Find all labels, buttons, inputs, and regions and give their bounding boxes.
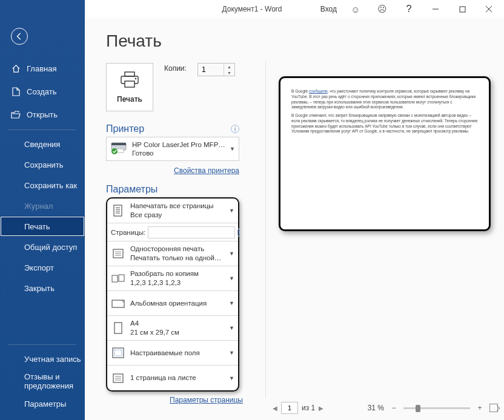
chevron-down-icon: ▼: [230, 146, 235, 152]
param-collate[interactable]: Разобрать по копиям1,2,3 1,2,3 1,2,3 ▼: [107, 266, 238, 291]
sidebar-item-feedback[interactable]: Отзывы и предложения: [0, 369, 85, 393]
sidebar-item-export[interactable]: Экспорт: [0, 257, 85, 278]
sidebar-item-account[interactable]: Учетная запись: [0, 349, 85, 369]
vertical-divider: [265, 61, 266, 398]
chevron-down-icon: ▼: [229, 208, 234, 214]
open-icon: [11, 110, 21, 119]
zoom-out-button[interactable]: −: [389, 404, 399, 412]
param-pages-per-sheet[interactable]: 1 страница на листе ▼: [107, 366, 238, 390]
svg-rect-21: [112, 275, 118, 282]
sidebar-label: Сведения: [24, 140, 60, 149]
sidebar-item-info[interactable]: Сведения: [0, 134, 85, 154]
printer-icon: [119, 71, 140, 91]
sad-face-icon[interactable]: ☹: [370, 1, 395, 18]
svg-rect-22: [119, 275, 124, 281]
sidebar-label: Сохранить: [24, 160, 64, 169]
preview-footer: ◀ из 1 ▶ 31 % − +: [273, 399, 498, 416]
sidebar-label: Главная: [27, 64, 56, 73]
preview-link: сообщили: [309, 89, 328, 93]
params-list: Напечатать все страницыВсе сразу ▼ Стран…: [106, 197, 239, 392]
sidebar-item-print[interactable]: Печать: [0, 216, 85, 237]
home-icon: [11, 64, 21, 73]
maximize-button[interactable]: [449, 1, 475, 18]
preview-page: В Google сообщили, что ужесточают полити…: [279, 76, 491, 231]
margins-icon: [111, 346, 125, 360]
sidebar-item-saveas[interactable]: Сохранить как: [0, 175, 85, 195]
help-button[interactable]: ?: [396, 1, 422, 18]
copies-input[interactable]: [198, 65, 224, 74]
prev-page-button[interactable]: ◀: [273, 405, 277, 412]
copies-label: Копии:: [164, 64, 187, 73]
sidebar-item-options[interactable]: Параметры: [0, 393, 85, 414]
separator: [8, 130, 76, 130]
svg-point-7: [135, 78, 137, 80]
separator: [8, 344, 76, 345]
landscape-icon: [111, 296, 125, 310]
one-sided-icon: [111, 246, 125, 261]
page-setup-link[interactable]: Параметры страницы: [170, 396, 243, 404]
chevron-down-icon: ▼: [229, 325, 234, 331]
print-button-label: Печать: [117, 95, 142, 103]
spinner-arrows[interactable]: ▲▼: [224, 64, 234, 76]
minimize-button[interactable]: [423, 1, 448, 18]
zoom-slider[interactable]: [403, 407, 470, 409]
printer-device-icon: [110, 141, 127, 157]
chevron-down-icon: ▼: [229, 300, 234, 306]
page-title: Печать: [106, 31, 162, 51]
sidebar-item-close[interactable]: Закрыть: [0, 278, 85, 298]
sidebar-label: Открыть: [27, 110, 58, 119]
sidebar-item-home[interactable]: Главная: [0, 57, 85, 80]
next-page-button[interactable]: ▶: [319, 405, 323, 412]
svg-rect-26: [114, 350, 122, 356]
copies-spinner[interactable]: ▲▼: [197, 63, 235, 76]
sidebar-label: Учетная запись: [24, 355, 81, 364]
svg-rect-1: [460, 7, 465, 12]
printer-selector[interactable]: HP Color LaserJet Pro MFP… Готово ▼: [106, 137, 239, 161]
login-link[interactable]: Вход: [316, 1, 342, 18]
sidebar-item-create[interactable]: Создать: [0, 80, 85, 103]
pages-input[interactable]: [148, 226, 235, 238]
svg-rect-9: [111, 143, 126, 145]
svg-rect-6: [125, 81, 134, 87]
printer-name: HP Color LaserJet Pro MFP…: [132, 140, 225, 149]
sidebar-label: Общий доступ: [24, 243, 77, 252]
print-button[interactable]: Печать: [106, 63, 153, 111]
print-backstage: Печать Печать Копии: ▲▼ Принтер i HP Col…: [85, 18, 504, 420]
back-button[interactable]: [11, 28, 28, 45]
sidebar-label: Журнал: [24, 202, 53, 211]
param-margins[interactable]: Настраиваемые поля ▼: [107, 341, 238, 366]
zoom-percent: 31 %: [363, 404, 384, 412]
chevron-down-icon: ▼: [229, 375, 234, 381]
zoom-in-button[interactable]: +: [475, 404, 485, 412]
info-icon[interactable]: i: [231, 125, 239, 133]
param-orientation[interactable]: Альбомная ориентация ▼: [107, 291, 238, 316]
sidebar-item-share[interactable]: Общий доступ: [0, 237, 85, 257]
svg-rect-12: [114, 205, 122, 216]
backstage-sidebar: Главная Создать Открыть Сведения Сохрани…: [0, 0, 85, 420]
printer-properties-link[interactable]: Свойства принтера: [174, 166, 239, 175]
sidebar-label: Создать: [27, 87, 56, 96]
pages-all-icon: [111, 203, 125, 218]
close-button[interactable]: [476, 1, 502, 18]
fit-to-window-button[interactable]: [489, 404, 498, 412]
param-paper-size[interactable]: A421 см x 29,7 см ▼: [107, 316, 238, 341]
sidebar-item-save[interactable]: Сохранить: [0, 154, 85, 175]
page-of-label: из 1: [302, 404, 315, 412]
param-print-range[interactable]: Напечатать все страницыВсе сразу ▼: [107, 199, 238, 223]
svg-point-11: [111, 148, 118, 154]
sidebar-item-open[interactable]: Открыть: [0, 103, 85, 126]
pages-label: Страницы:: [111, 229, 145, 236]
info-icon[interactable]: i: [237, 228, 240, 237]
happy-face-icon[interactable]: ☺: [343, 1, 368, 18]
zoom-knob[interactable]: [416, 405, 420, 412]
printer-status: Готово: [132, 149, 225, 157]
one-per-sheet-icon: [111, 371, 125, 386]
chevron-down-icon: ▼: [229, 350, 234, 356]
current-page-input[interactable]: [281, 402, 298, 414]
param-pages-row: Страницы: i: [107, 223, 238, 241]
param-duplex[interactable]: Односторонняя печатьПечатать только на о…: [107, 241, 238, 266]
chevron-down-icon: ▼: [229, 275, 234, 281]
svg-rect-4: [125, 72, 134, 76]
sidebar-label: Отзывы и предложения: [24, 372, 85, 390]
sidebar-label: Параметры: [24, 399, 66, 409]
